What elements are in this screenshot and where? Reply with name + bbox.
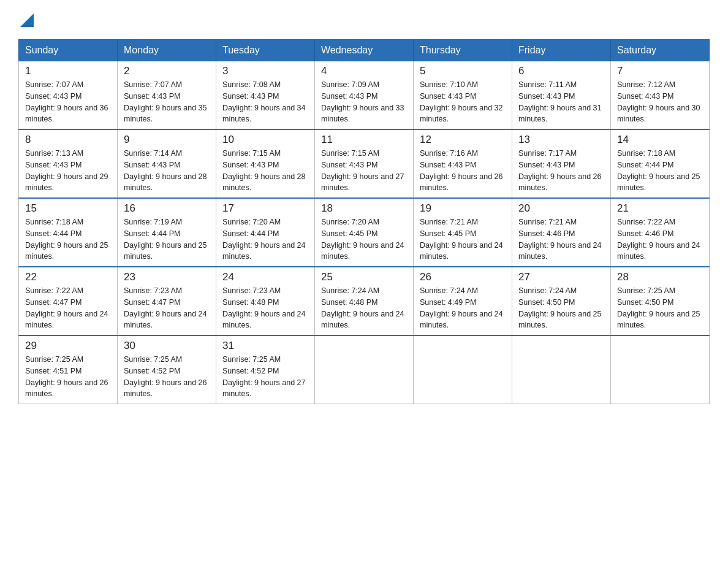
day-number: 22 (25, 271, 111, 283)
calendar-cell: 23 Sunrise: 7:23 AMSunset: 4:47 PMDaylig… (118, 267, 216, 335)
calendar-cell: 13 Sunrise: 7:17 AMSunset: 4:43 PMDaylig… (512, 129, 611, 198)
day-info: Sunrise: 7:09 AMSunset: 4:43 PMDaylight:… (321, 80, 404, 123)
day-number: 18 (321, 202, 407, 215)
day-number: 15 (25, 202, 111, 215)
day-info: Sunrise: 7:20 AMSunset: 4:44 PMDaylight:… (222, 218, 306, 261)
calendar-cell: 24 Sunrise: 7:23 AMSunset: 4:48 PMDaylig… (216, 267, 315, 335)
day-info: Sunrise: 7:15 AMSunset: 4:43 PMDaylight:… (222, 149, 306, 192)
day-info: Sunrise: 7:18 AMSunset: 4:44 PMDaylight:… (617, 149, 700, 192)
day-info: Sunrise: 7:23 AMSunset: 4:48 PMDaylight:… (222, 286, 306, 329)
calendar-cell: 2 Sunrise: 7:07 AMSunset: 4:43 PMDayligh… (118, 61, 216, 130)
day-number: 19 (420, 202, 506, 215)
calendar-cell: 4 Sunrise: 7:09 AMSunset: 4:43 PMDayligh… (315, 61, 414, 130)
day-number: 5 (420, 65, 506, 77)
day-number: 30 (124, 340, 210, 352)
day-info: Sunrise: 7:07 AMSunset: 4:43 PMDaylight:… (124, 80, 207, 123)
calendar-cell: 17 Sunrise: 7:20 AMSunset: 4:44 PMDaylig… (216, 198, 315, 267)
calendar-cell: 9 Sunrise: 7:14 AMSunset: 4:43 PMDayligh… (118, 129, 216, 198)
day-number: 2 (124, 65, 210, 77)
calendar-cell: 22 Sunrise: 7:22 AMSunset: 4:47 PMDaylig… (19, 267, 118, 335)
day-info: Sunrise: 7:24 AMSunset: 4:48 PMDaylight:… (321, 286, 404, 329)
day-number: 28 (617, 271, 703, 283)
day-info: Sunrise: 7:20 AMSunset: 4:45 PMDaylight:… (321, 218, 404, 261)
calendar-cell (315, 335, 414, 404)
calendar-cell: 27 Sunrise: 7:24 AMSunset: 4:50 PMDaylig… (512, 267, 611, 335)
page-header (18, 12, 710, 27)
day-number: 16 (124, 202, 210, 215)
calendar-cell: 31 Sunrise: 7:25 AMSunset: 4:52 PMDaylig… (216, 335, 315, 404)
day-number: 3 (222, 65, 308, 77)
day-number: 7 (617, 65, 703, 77)
day-number: 17 (222, 202, 308, 215)
calendar-cell (611, 335, 710, 404)
calendar-cell: 3 Sunrise: 7:08 AMSunset: 4:43 PMDayligh… (216, 61, 315, 130)
day-info: Sunrise: 7:07 AMSunset: 4:43 PMDaylight:… (25, 80, 108, 123)
weekday-header-tuesday: Tuesday (216, 40, 315, 61)
day-number: 24 (222, 271, 308, 283)
week-row-5: 29 Sunrise: 7:25 AMSunset: 4:51 PMDaylig… (19, 335, 710, 404)
week-row-4: 22 Sunrise: 7:22 AMSunset: 4:47 PMDaylig… (19, 267, 710, 335)
calendar-cell: 1 Sunrise: 7:07 AMSunset: 4:43 PMDayligh… (19, 61, 118, 130)
calendar-cell: 7 Sunrise: 7:12 AMSunset: 4:43 PMDayligh… (611, 61, 710, 130)
calendar-cell: 20 Sunrise: 7:21 AMSunset: 4:46 PMDaylig… (512, 198, 611, 267)
weekday-header-sunday: Sunday (19, 40, 118, 61)
day-info: Sunrise: 7:19 AMSunset: 4:44 PMDaylight:… (124, 218, 207, 261)
calendar-cell: 29 Sunrise: 7:25 AMSunset: 4:51 PMDaylig… (19, 335, 118, 404)
weekday-header-saturday: Saturday (611, 40, 710, 61)
weekday-header-monday: Monday (118, 40, 216, 61)
day-number: 26 (420, 271, 506, 283)
day-info: Sunrise: 7:25 AMSunset: 4:51 PMDaylight:… (25, 355, 108, 398)
day-number: 23 (124, 271, 210, 283)
calendar-table: SundayMondayTuesdayWednesdayThursdayFrid… (18, 39, 710, 404)
day-number: 1 (25, 65, 111, 77)
day-info: Sunrise: 7:24 AMSunset: 4:49 PMDaylight:… (420, 286, 503, 329)
day-info: Sunrise: 7:11 AMSunset: 4:43 PMDaylight:… (518, 80, 602, 123)
day-number: 11 (321, 134, 407, 146)
day-number: 29 (25, 340, 111, 352)
week-row-3: 15 Sunrise: 7:18 AMSunset: 4:44 PMDaylig… (19, 198, 710, 267)
day-number: 8 (25, 134, 111, 146)
calendar-cell: 10 Sunrise: 7:15 AMSunset: 4:43 PMDaylig… (216, 129, 315, 198)
weekday-header-row: SundayMondayTuesdayWednesdayThursdayFrid… (19, 40, 710, 61)
calendar-cell: 15 Sunrise: 7:18 AMSunset: 4:44 PMDaylig… (19, 198, 118, 267)
day-info: Sunrise: 7:24 AMSunset: 4:50 PMDaylight:… (518, 286, 602, 329)
calendar-cell: 26 Sunrise: 7:24 AMSunset: 4:49 PMDaylig… (414, 267, 512, 335)
logo (18, 12, 34, 27)
calendar-cell: 12 Sunrise: 7:16 AMSunset: 4:43 PMDaylig… (414, 129, 512, 198)
day-info: Sunrise: 7:13 AMSunset: 4:43 PMDaylight:… (25, 149, 108, 192)
day-info: Sunrise: 7:22 AMSunset: 4:47 PMDaylight:… (25, 286, 108, 329)
day-number: 27 (518, 271, 604, 283)
day-number: 20 (518, 202, 604, 215)
calendar-cell: 21 Sunrise: 7:22 AMSunset: 4:46 PMDaylig… (611, 198, 710, 267)
day-number: 10 (222, 134, 308, 146)
calendar-cell: 25 Sunrise: 7:24 AMSunset: 4:48 PMDaylig… (315, 267, 414, 335)
calendar-cell: 14 Sunrise: 7:18 AMSunset: 4:44 PMDaylig… (611, 129, 710, 198)
day-number: 6 (518, 65, 604, 77)
calendar-cell: 30 Sunrise: 7:25 AMSunset: 4:52 PMDaylig… (118, 335, 216, 404)
weekday-header-friday: Friday (512, 40, 611, 61)
day-info: Sunrise: 7:10 AMSunset: 4:43 PMDaylight:… (420, 80, 503, 123)
day-number: 12 (420, 134, 506, 146)
calendar-cell: 5 Sunrise: 7:10 AMSunset: 4:43 PMDayligh… (414, 61, 512, 130)
day-info: Sunrise: 7:22 AMSunset: 4:46 PMDaylight:… (617, 218, 700, 261)
calendar-cell (512, 335, 611, 404)
day-number: 31 (222, 340, 308, 352)
day-number: 4 (321, 65, 407, 77)
day-number: 14 (617, 134, 703, 146)
calendar-cell: 8 Sunrise: 7:13 AMSunset: 4:43 PMDayligh… (19, 129, 118, 198)
week-row-1: 1 Sunrise: 7:07 AMSunset: 4:43 PMDayligh… (19, 61, 710, 130)
day-info: Sunrise: 7:21 AMSunset: 4:46 PMDaylight:… (518, 218, 602, 261)
day-info: Sunrise: 7:23 AMSunset: 4:47 PMDaylight:… (124, 286, 207, 329)
calendar-cell: 11 Sunrise: 7:15 AMSunset: 4:43 PMDaylig… (315, 129, 414, 198)
calendar-cell (414, 335, 512, 404)
week-row-2: 8 Sunrise: 7:13 AMSunset: 4:43 PMDayligh… (19, 129, 710, 198)
day-info: Sunrise: 7:12 AMSunset: 4:43 PMDaylight:… (617, 80, 700, 123)
calendar-cell: 18 Sunrise: 7:20 AMSunset: 4:45 PMDaylig… (315, 198, 414, 267)
day-info: Sunrise: 7:14 AMSunset: 4:43 PMDaylight:… (124, 149, 207, 192)
day-number: 21 (617, 202, 703, 215)
day-info: Sunrise: 7:25 AMSunset: 4:52 PMDaylight:… (222, 355, 306, 398)
calendar-cell: 28 Sunrise: 7:25 AMSunset: 4:50 PMDaylig… (611, 267, 710, 335)
day-info: Sunrise: 7:25 AMSunset: 4:50 PMDaylight:… (617, 286, 700, 329)
svg-marker-0 (20, 13, 34, 27)
day-info: Sunrise: 7:16 AMSunset: 4:43 PMDaylight:… (420, 149, 503, 192)
